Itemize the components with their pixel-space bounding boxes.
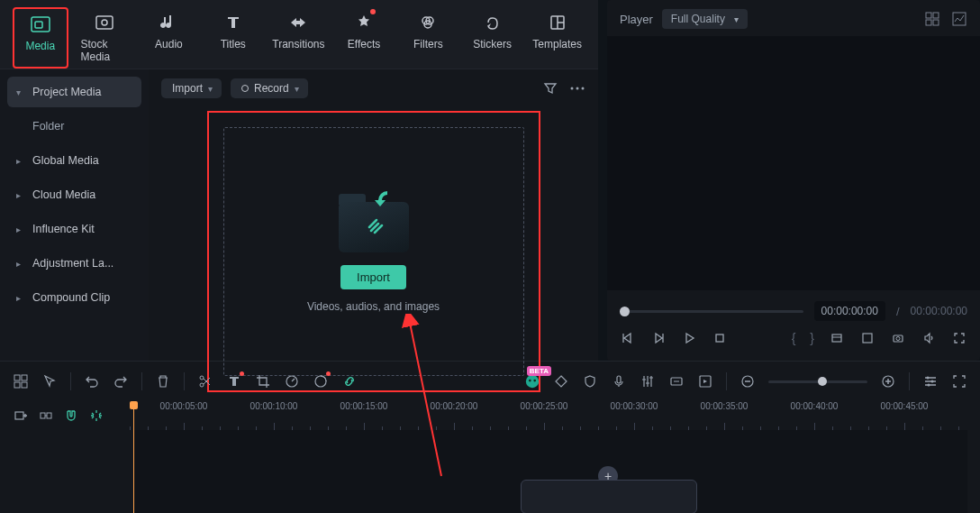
scrub-handle[interactable] — [620, 307, 630, 316]
redo-icon[interactable] — [113, 373, 129, 389]
speed-icon[interactable] — [284, 373, 300, 389]
caret-down-icon: ▾ — [16, 87, 25, 97]
ghost-clip[interactable] — [521, 480, 697, 513]
svg-point-42 — [928, 384, 930, 387]
split-icon[interactable] — [197, 373, 213, 389]
link-icon[interactable] — [341, 373, 358, 389]
sidebar-item-adjustment-layer[interactable]: ▸Adjustment La... — [7, 248, 141, 279]
scope-icon[interactable] — [951, 11, 967, 27]
drop-zone[interactable]: Import Videos, audios, and images — [223, 127, 524, 376]
snapshot-icon[interactable] — [890, 330, 906, 346]
tab-label: Effects — [348, 38, 380, 50]
svg-point-11 — [571, 87, 574, 90]
sidebar-item-compound-clip[interactable]: ▸Compound Clip — [7, 282, 141, 313]
mixer-icon[interactable] — [640, 373, 656, 389]
import-dropdown[interactable]: Import▾ — [161, 78, 222, 98]
record-dropdown[interactable]: Record▾ — [231, 78, 308, 98]
more-icon[interactable] — [569, 80, 585, 96]
safe-zone-icon[interactable] — [859, 330, 876, 346]
svg-point-12 — [576, 87, 579, 90]
svg-point-23 — [896, 337, 900, 341]
media-content: Import▾ Record▾ — [149, 69, 598, 405]
svg-rect-14 — [926, 13, 931, 18]
sidebar-item-folder[interactable]: Folder — [7, 111, 141, 142]
sidebar-label: Cloud Media — [32, 188, 95, 201]
sidebar-label: Compound Clip — [32, 291, 110, 304]
timeline-tracks[interactable]: + — [133, 430, 967, 513]
fullscreen-icon[interactable] — [951, 330, 967, 346]
svg-point-28 — [200, 376, 204, 380]
sidebar-label: Influence Kit — [32, 223, 95, 235]
keyframe-icon[interactable] — [553, 373, 569, 389]
magnet-icon[interactable] — [63, 408, 79, 424]
record-icon — [241, 85, 249, 92]
zoom-slider[interactable] — [768, 380, 867, 383]
tab-stock-media[interactable]: Stock Media — [77, 7, 132, 69]
step-back-icon[interactable] — [650, 330, 667, 346]
chevron-down-icon: ▾ — [295, 84, 299, 94]
tab-audio[interactable]: Audio — [141, 7, 196, 69]
tab-filters[interactable]: Filters — [401, 7, 456, 69]
chevron-down-icon: ▾ — [734, 14, 739, 24]
text-icon[interactable] — [226, 373, 242, 389]
timeline-ruler[interactable]: 00:00:05:0000:00:10:0000:00:15:0000:00:2… — [121, 401, 967, 430]
caret-right-icon: ▸ — [16, 224, 25, 234]
tab-templates[interactable]: Templates — [529, 7, 585, 69]
tab-label: Transitions — [272, 38, 324, 50]
mark-out-icon[interactable]: } — [810, 331, 814, 345]
track-settings-icon[interactable] — [922, 373, 939, 389]
svg-rect-26 — [14, 382, 20, 388]
caret-right-icon: ▸ — [16, 156, 25, 166]
expand-icon[interactable] — [951, 373, 967, 389]
play-icon[interactable] — [681, 330, 697, 346]
crop-icon[interactable] — [255, 373, 271, 389]
playhead[interactable] — [133, 401, 134, 513]
auto-ripple-icon[interactable] — [88, 408, 104, 424]
layout-icon[interactable] — [13, 373, 29, 389]
link-track-icon[interactable] — [38, 408, 54, 424]
color-icon[interactable] — [313, 373, 329, 389]
grid-view-icon[interactable] — [924, 11, 940, 27]
sidebar-item-global-media[interactable]: ▸Global Media — [7, 145, 141, 176]
tab-effects[interactable]: Effects — [336, 7, 391, 69]
add-track-icon[interactable] — [13, 408, 29, 424]
sidebar-item-influence-kit[interactable]: ▸Influence Kit — [7, 214, 141, 244]
sidebar-label: Global Media — [32, 154, 99, 167]
total-time: 00:00:00:00 — [911, 305, 967, 317]
player-panel: Player Full Quality▾ 00:00:00:00 / 00:00… — [607, 0, 980, 361]
quality-dropdown[interactable]: Full Quality▾ — [662, 9, 748, 29]
caret-right-icon: ▸ — [16, 190, 25, 200]
scrub-bar[interactable] — [620, 310, 803, 313]
marker-icon[interactable] — [829, 330, 845, 346]
tab-media[interactable]: Media — [13, 7, 68, 69]
zoom-handle[interactable] — [818, 377, 827, 386]
sidebar-item-project-media[interactable]: ▾Project Media — [7, 77, 141, 107]
shield-icon[interactable] — [582, 373, 598, 389]
prev-frame-icon[interactable] — [620, 330, 636, 346]
tab-stickers[interactable]: Stickers — [465, 7, 520, 69]
zoom-in-icon[interactable] — [880, 373, 896, 389]
import-button[interactable]: Import — [340, 265, 406, 289]
tab-transitions[interactable]: Transitions — [269, 7, 327, 69]
ai-assistant-icon[interactable]: BETA — [524, 373, 540, 389]
volume-icon[interactable] — [921, 330, 937, 346]
cursor-icon[interactable] — [41, 373, 58, 389]
preview-viewport[interactable] — [607, 36, 980, 290]
svg-point-32 — [526, 375, 539, 388]
filter-icon[interactable] — [542, 80, 558, 96]
svg-rect-43 — [15, 412, 23, 419]
ruler-label: 00:00:35:00 — [701, 401, 749, 411]
undo-icon[interactable] — [84, 373, 100, 389]
sidebar-item-cloud-media[interactable]: ▸Cloud Media — [7, 179, 141, 210]
mark-in-icon[interactable]: { — [792, 331, 796, 345]
stop-icon[interactable] — [712, 330, 728, 346]
export-frame-icon[interactable] — [697, 373, 713, 389]
svg-rect-16 — [926, 20, 931, 25]
render-icon[interactable] — [668, 373, 685, 389]
mic-icon[interactable] — [611, 373, 627, 389]
delete-icon[interactable] — [155, 373, 171, 389]
tab-titles[interactable]: Titles — [205, 7, 260, 69]
svg-rect-19 — [716, 334, 723, 342]
zoom-out-icon[interactable] — [740, 373, 756, 389]
ruler-label: 00:00:10:00 — [250, 401, 298, 411]
